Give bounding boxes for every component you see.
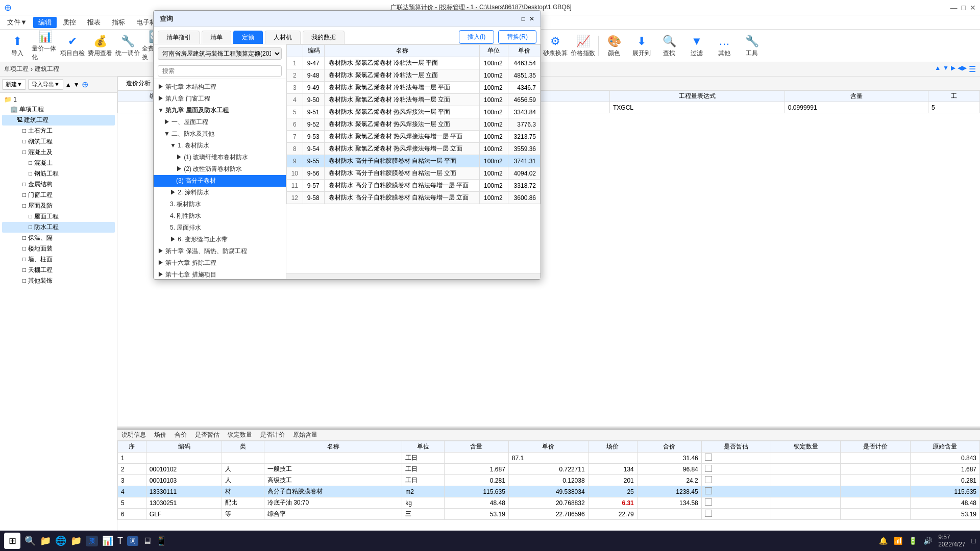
table-row[interactable]: 2 9-48 卷材防水 聚氯乙烯卷材 冷粘法一层 立面 100m2 4851.3… [287, 69, 541, 82]
dialog-cell-price: 3213.75 [508, 131, 540, 143]
dialog-tree-node-drainage[interactable]: 5. 屋面排水 [154, 222, 286, 234]
dialog-cell-unit: 100m2 [479, 69, 508, 82]
dialog-cell-unit: 100m2 [479, 131, 508, 143]
dialog-tree-node-ch10[interactable]: ▶ 第十章 保温、隔热、防腐工程 [154, 245, 286, 257]
dialog-scrollbar[interactable] [286, 273, 541, 279]
dialog-close-button[interactable]: ✕ [529, 15, 534, 22]
dialog-cell-no: 2 [287, 69, 303, 82]
dialog-title-bar: 查询 □ ✕ [154, 11, 541, 27]
dialog-tab-my-data[interactable]: 我的数据 [303, 31, 345, 44]
dialog-cell-name: 卷材防水 聚氯乙烯卷材 热风焊接法每增一层 立面 [325, 143, 480, 155]
dialog-tree-node-ch7[interactable]: ▶ 第七章 木结构工程 [154, 81, 286, 93]
dialog-cell-no: 10 [287, 167, 303, 180]
table-row[interactable]: 8 9-54 卷材防水 聚氯乙烯卷材 热风焊接法每增一层 立面 100m2 35… [287, 143, 541, 155]
dialog-cell-code: 9-55 [303, 155, 325, 167]
dialog-cell-no: 3 [287, 82, 303, 94]
dialog-tab-labor-material[interactable]: 人材机 [265, 31, 301, 44]
dialog-cell-name: 卷材防水 聚氯乙烯卷材 热风焊接法一层 平面 [325, 106, 480, 118]
table-row[interactable]: 11 9-57 卷材防水 高分子自粘胶膜卷材 自粘法每增一层 平面 100m2 … [287, 180, 541, 192]
dialog-cell-price: 4346.7 [508, 82, 540, 94]
dialog-cell-code: 9-50 [303, 94, 325, 106]
table-row[interactable]: 6 9-52 卷材防水 聚氯乙烯卷材 热风焊接法一层 立面 100m2 3776… [287, 118, 541, 131]
dialog-cell-name: 卷材防水 高分子自粘胶膜卷材 自粘法一层 平面 [325, 155, 480, 167]
dialog-col-code: 编码 [303, 45, 325, 57]
dialog-dropdown-header: 河南省房屋建筑与装饰工程预算定额(2016) [154, 44, 286, 63]
dialog-cell-no: 6 [287, 118, 303, 131]
dialog-cell-code: 9-53 [303, 131, 325, 143]
dialog-cell-unit: 100m2 [479, 82, 508, 94]
dialog-title-controls: □ ✕ [522, 15, 534, 22]
dialog-tree-node-ch17[interactable]: ▶ 第十七章 措施项目 [154, 269, 286, 279]
dialog-col-price: 单价 [508, 45, 540, 57]
dialog-cell-name: 卷材防水 聚氯乙烯卷材 热风焊接法每增一层 平面 [325, 131, 480, 143]
dialog-cell-code: 9-52 [303, 118, 325, 131]
dialog-tree-node-board[interactable]: 3. 板材防水 [154, 198, 286, 210]
table-row[interactable]: 3 9-49 卷材防水 聚氯乙烯卷材 冷粘法每增一层 平面 100m2 4346… [287, 82, 541, 94]
dialog-overlay: 查询 □ ✕ 清单指引 清单 定额 人材机 我的数据 插入(I) 替换(R) 河… [0, 0, 980, 551]
dialog-insert-button[interactable]: 插入(I) [459, 30, 494, 44]
dialog-cell-price: 3559.36 [508, 143, 540, 155]
dialog-col-name: 名称 [325, 45, 480, 57]
dialog-tree-node-deform-joint[interactable]: ▶ 6. 变形缝与止水带 [154, 234, 286, 245]
dialog-cell-name: 卷材防水 聚氯乙烯卷材 冷粘法每增一层 立面 [325, 94, 480, 106]
dialog-cell-code: 9-58 [303, 192, 325, 204]
dialog-cell-unit: 100m2 [479, 94, 508, 106]
dialog-tree-node-ch16[interactable]: ▶ 第十六章 拆除工程 [154, 257, 286, 269]
dialog-tree-node-ch9[interactable]: ▼ 第九章 屋面及防水工程 [154, 105, 286, 116]
dialog-cell-price: 3600.86 [508, 192, 540, 204]
dialog-tree-node-roll-waterproof[interactable]: ▼ 1. 卷材防水 [154, 140, 286, 152]
dialog-cell-code: 9-49 [303, 82, 325, 94]
dialog-search-input[interactable] [158, 65, 282, 77]
dialog-cell-no: 8 [287, 143, 303, 155]
table-row[interactable]: 9 9-55 卷材防水 高分子自粘胶膜卷材 自粘法一层 平面 100m2 374… [287, 155, 541, 167]
dialog-tree-node-coating[interactable]: ▶ 2. 涂料防水 [154, 187, 286, 198]
dialog-replace-button[interactable]: 替换(R) [498, 30, 536, 44]
dialog-cell-unit: 100m2 [479, 180, 508, 192]
dialog-cell-price: 4851.35 [508, 69, 540, 82]
dialog-cell-price: 4463.54 [508, 57, 540, 69]
dialog-cell-no: 9 [287, 155, 303, 167]
dialog-col-no [287, 45, 303, 57]
table-row[interactable]: 5 9-51 卷材防水 聚氯乙烯卷材 热风焊接法一层 平面 100m2 3343… [287, 106, 541, 118]
dialog-right-panel: 编码 名称 单位 单价 1 9-47 卷材防水 聚氯乙烯卷材 冷粘法一层 平面 … [286, 44, 541, 279]
dialog-cell-unit: 100m2 [479, 106, 508, 118]
dialog-cell-code: 9-54 [303, 143, 325, 155]
dialog-cell-name: 卷材防水 聚氯乙烯卷材 冷粘法一层 平面 [325, 57, 480, 69]
table-row[interactable]: 7 9-53 卷材防水 聚氯乙烯卷材 热风焊接法每增一层 平面 100m2 32… [287, 131, 541, 143]
dialog-cell-code: 9-57 [303, 180, 325, 192]
dialog-cell-no: 11 [287, 180, 303, 192]
table-row[interactable]: 12 9-58 卷材防水 高分子自粘胶膜卷材 自粘法每增一层 立面 100m2 … [287, 192, 541, 204]
dialog-tab-list[interactable]: 清单 [202, 31, 231, 44]
dialog-tab-list-guide[interactable]: 清单指引 [158, 31, 200, 44]
dialog-tree-node-modified-asphalt[interactable]: ▶ (2) 改性沥青卷材防水 [154, 163, 286, 175]
table-row[interactable]: 1 9-47 卷材防水 聚氯乙烯卷材 冷粘法一层 平面 100m2 4463.5… [287, 57, 541, 69]
dialog-cell-price: 3741.31 [508, 155, 540, 167]
dialog-tabs: 清单指引 清单 定额 人材机 我的数据 插入(I) 替换(R) [154, 27, 541, 44]
dialog-tab-quota[interactable]: 定额 [233, 31, 263, 44]
dialog-tree-node-ch8[interactable]: ▶ 第八章 门窗工程 [154, 93, 286, 105]
dialog-cell-unit: 100m2 [479, 167, 508, 180]
dialog-cell-unit: 100m2 [479, 192, 508, 204]
dialog-table-wrap: 编码 名称 单位 单价 1 9-47 卷材防水 聚氯乙烯卷材 冷粘法一层 平面 … [286, 44, 541, 273]
dialog-tree-node-waterproof[interactable]: ▼ 二、防水及其他 [154, 128, 286, 140]
dialog-cell-price: 4094.02 [508, 167, 540, 180]
dialog-tree-node-rigid[interactable]: 4. 刚性防水 [154, 210, 286, 222]
dialog-body: 河南省房屋建筑与装饰工程预算定额(2016) ▶ 第七章 木结构工程 ▶ 第八章… [154, 44, 541, 279]
dialog-cell-unit: 100m2 [479, 155, 508, 167]
dialog-cell-unit: 100m2 [479, 118, 508, 131]
dialog-quota-dropdown[interactable]: 河南省房屋建筑与装饰工程预算定额(2016) [158, 47, 282, 60]
dialog-cell-name: 卷材防水 高分子自粘胶膜卷材 自粘法一层 立面 [325, 167, 480, 180]
dialog-cell-no: 5 [287, 106, 303, 118]
dialog-cell-code: 9-47 [303, 57, 325, 69]
dialog-cell-no: 12 [287, 192, 303, 204]
dialog-minimize-button[interactable]: □ [522, 15, 525, 22]
table-row[interactable]: 4 9-50 卷材防水 聚氯乙烯卷材 冷粘法每增一层 立面 100m2 4656… [287, 94, 541, 106]
dialog-cell-no: 4 [287, 94, 303, 106]
table-row[interactable]: 10 9-56 卷材防水 高分子自粘胶膜卷材 自粘法一层 立面 100m2 40… [287, 167, 541, 180]
dialog-tree-node-glass-fiber[interactable]: ▶ (1) 玻璃纤维布卷材防水 [154, 152, 286, 163]
dialog-tree: ▶ 第七章 木结构工程 ▶ 第八章 门窗工程 ▼ 第九章 屋面及防水工程 ▶ 一… [154, 79, 286, 279]
dialog-tree-node-roof[interactable]: ▶ 一、屋面工程 [154, 116, 286, 128]
dialog-tree-node-polymer[interactable]: (3) 高分子卷材 [154, 175, 286, 187]
dialog-search-area [154, 63, 286, 79]
dialog-cell-price: 3343.84 [508, 106, 540, 118]
